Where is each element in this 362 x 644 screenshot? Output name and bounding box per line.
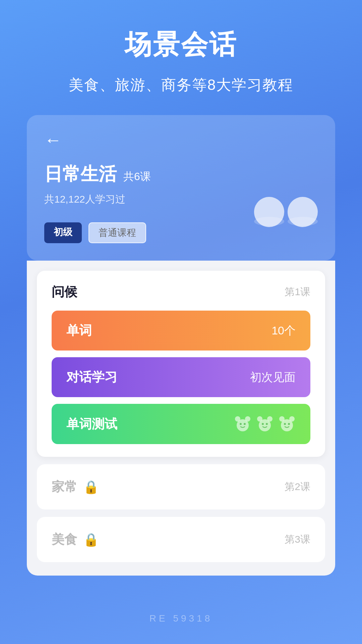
lesson-item-3: 美食 🔒 第3课 (37, 517, 325, 562)
bear-icon-1 (234, 415, 251, 433)
page-title: 场景会话 (125, 27, 237, 63)
svg-point-13 (284, 423, 286, 425)
sub-item-vocab[interactable]: 单词 10个 (52, 311, 310, 351)
sub-items-1: 单词 10个 对话学习 初次见面 单词测试 (52, 311, 310, 444)
dialog-value: 初次见面 (250, 370, 296, 385)
tag-level[interactable]: 初级 (44, 222, 82, 243)
dialog-label: 对话学习 (66, 369, 117, 386)
sub-item-dialog[interactable]: 对话学习 初次见面 (52, 357, 310, 397)
lesson-locked-left-2: 家常 🔒 (52, 478, 99, 495)
vocab-label: 单词 (66, 322, 92, 339)
lesson-number-1: 第1课 (285, 285, 310, 299)
lesson-item-2: 家常 🔒 第2课 (37, 464, 325, 509)
bear-icons (234, 415, 296, 433)
back-arrow-icon: ← (44, 131, 62, 149)
course-title-row: 日常生活 共6课 (44, 162, 318, 186)
svg-point-7 (259, 419, 271, 431)
svg-point-9 (266, 423, 268, 425)
svg-point-3 (240, 423, 242, 425)
lesson-item-1[interactable]: 问候 第1课 单词 10个 对话学习 初次见面 单词测试 (37, 271, 325, 457)
course-card: ← 日常生活 共6课 共12,122人学习过 初级 普通课程 (27, 115, 335, 261)
deco-reflection (254, 217, 318, 226)
vocab-value: 10个 (272, 323, 296, 338)
course-title: 日常生活 (44, 162, 117, 186)
lesson-locked-left-3: 美食 🔒 (52, 531, 99, 548)
test-label: 单词测试 (66, 416, 117, 433)
bear-icon-2 (256, 415, 274, 433)
lesson-name-2: 家常 (52, 478, 77, 495)
decoration (254, 197, 318, 227)
watermark: RE 59318 (149, 613, 213, 624)
svg-point-14 (288, 423, 290, 425)
svg-point-8 (262, 423, 264, 425)
lock-icon-3: 🔒 (83, 532, 99, 547)
svg-point-4 (244, 423, 246, 425)
lock-icon-2: 🔒 (83, 480, 99, 494)
back-button[interactable]: ← (44, 131, 318, 149)
lesson-number-2: 第2课 (285, 480, 310, 494)
page-subtitle: 美食、旅游、商务等8大学习教程 (69, 75, 293, 95)
page-wrapper: 场景会话 美食、旅游、商务等8大学习教程 ← 日常生活 共6课 共12,122人… (0, 0, 362, 644)
lesson-name-3: 美食 (52, 531, 77, 548)
sub-item-test[interactable]: 单词测试 (52, 404, 310, 444)
bear-icon-3 (278, 415, 296, 433)
lesson-number-3: 第3课 (285, 533, 310, 546)
tag-type[interactable]: 普通课程 (88, 222, 146, 243)
svg-point-2 (237, 419, 249, 431)
course-lesson-count: 共6课 (123, 169, 151, 184)
lesson-header-1: 问候 第1课 (52, 283, 310, 301)
svg-point-12 (281, 419, 293, 431)
lessons-container: 问候 第1课 单词 10个 对话学习 初次见面 单词测试 (27, 261, 335, 576)
lesson-name-1: 问候 (52, 283, 77, 301)
